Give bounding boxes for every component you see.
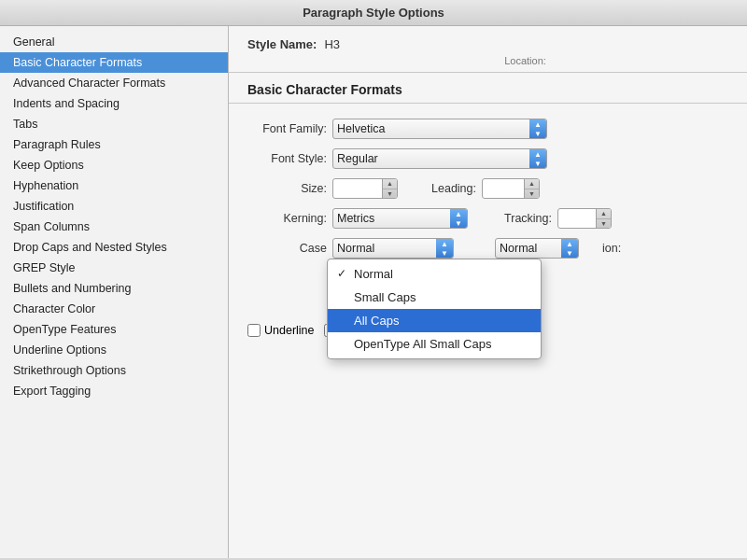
tracking-spinbox[interactable]: 0 ▲ ▼ (557, 208, 612, 229)
case-arrow[interactable]: ▲ ▼ (436, 239, 453, 258)
sidebar-item-char-color[interactable]: Character Color (0, 299, 228, 319)
size-down-arrow[interactable]: ▼ (383, 189, 397, 200)
size-label: Size: (247, 182, 327, 195)
title-bar: Paragraph Style Options (0, 0, 747, 26)
leading-label: Leading: (418, 182, 476, 195)
font-style-dropdown[interactable]: Regular ▲ ▼ (332, 148, 547, 169)
tracking-up-arrow[interactable]: ▲ (597, 208, 611, 219)
tracking-input[interactable]: 0 (558, 211, 596, 226)
case-value: Normal (337, 242, 436, 255)
case-menu-item-small-caps[interactable]: Small Caps (328, 286, 541, 309)
case-menu-item-opentype-small-caps[interactable]: OpenType All Small Caps (328, 332, 541, 356)
sidebar-item-underline[interactable]: Underline Options (0, 340, 228, 360)
kerning-label: Kerning: (247, 212, 327, 225)
kerning-arrow-up: ▲ (455, 210, 462, 218)
tracking-arrows[interactable]: ▲ ▼ (596, 208, 611, 229)
content-header: Style Name: H3 Location: (229, 26, 747, 73)
section-title: Basic Character Formats (229, 73, 747, 104)
sidebar-item-bullets[interactable]: Bullets and Numbering (0, 278, 228, 299)
arrow-up-icon2: ▲ (534, 150, 542, 159)
case-popup-menu: NormalSmall CapsAll CapsOpenType All Sma… (327, 259, 542, 359)
sidebar-item-grep[interactable]: GREP Style (0, 258, 228, 278)
underline-label: Underline (264, 324, 315, 337)
sidebar-item-justification[interactable]: Justification (0, 196, 228, 217)
sidebar-item-hyphenation[interactable]: Hyphenation (0, 175, 228, 196)
form-area: Font Family: Helvetica ▲ ▼ Font Style: R… (229, 104, 747, 352)
underline-checkbox[interactable] (247, 324, 261, 337)
font-family-value: Helvetica (337, 122, 529, 135)
sidebar-item-indents[interactable]: Indents and Spacing (0, 93, 228, 114)
sidebar-item-strikethrough[interactable]: Strikethrough Options (0, 360, 228, 381)
leading-arrows[interactable]: ▲ ▼ (524, 178, 539, 199)
arrow-down-icon: ▼ (534, 130, 542, 138)
position-dropdown[interactable]: Normal ▲ ▼ (495, 238, 579, 259)
sidebar-item-export[interactable]: Export Tagging (0, 381, 228, 401)
pos-arrow-up: ▲ (566, 240, 573, 248)
location-row: Location: (322, 55, 728, 66)
sidebar-item-advanced-char[interactable]: Advanced Character Formats (0, 73, 228, 93)
underline-item: Underline (247, 324, 315, 337)
case-arrow-down: ▼ (441, 249, 448, 258)
font-style-value: Regular (337, 152, 529, 165)
size-spinbox[interactable]: 14 pt ▲ ▼ (332, 178, 398, 199)
font-family-dropdown[interactable]: Helvetica ▲ ▼ (332, 119, 547, 139)
kerning-tracking-row: Kerning: Metrics ▲ ▼ Tracking: 0 ▲ ▼ (247, 208, 728, 229)
style-name-value: H3 (324, 37, 340, 51)
leading-spinbox[interactable]: 18 pt ▲ ▼ (482, 178, 540, 199)
sidebar-item-tabs[interactable]: Tabs (0, 114, 228, 134)
case-menu-item-normal[interactable]: Normal (328, 262, 541, 286)
main-container: GeneralBasic Character FormatsAdvanced C… (0, 26, 747, 558)
location-label: Location: (504, 55, 546, 66)
kerning-arrow-down: ▼ (455, 219, 462, 228)
case-dropdown[interactable]: Normal ▲ ▼ (332, 238, 454, 259)
arrow-down-icon2: ▼ (534, 160, 542, 168)
sidebar-item-basic-char[interactable]: Basic Character Formats (0, 52, 228, 73)
leading-down-arrow[interactable]: ▼ (525, 189, 539, 200)
sidebar-item-keep-options[interactable]: Keep Options (0, 155, 228, 175)
sidebar-item-para-rules[interactable]: Paragraph Rules (0, 134, 228, 155)
style-name-label: Style Name: (247, 37, 317, 51)
pos-arrow-down: ▼ (566, 249, 573, 258)
position-label: ion: (602, 242, 621, 255)
size-arrows[interactable]: ▲ ▼ (382, 178, 397, 199)
size-leading-row: Size: 14 pt ▲ ▼ Leading: 18 pt ▲ ▼ (247, 178, 728, 199)
font-style-row: Font Style: Regular ▲ ▼ (247, 148, 728, 169)
sidebar-item-opentype[interactable]: OpenType Features (0, 319, 228, 340)
case-row: Case Normal ▲ ▼ ion: Normal ▲ ▼ (247, 238, 728, 259)
size-up-arrow[interactable]: ▲ (383, 178, 397, 189)
font-family-row: Font Family: Helvetica ▲ ▼ (247, 119, 728, 139)
case-label: Case (247, 242, 327, 255)
size-input[interactable]: 14 pt (333, 181, 382, 196)
style-name-row: Style Name: H3 (247, 37, 728, 51)
tracking-label: Tracking: (488, 212, 552, 225)
title-text: Paragraph Style Options (303, 6, 444, 20)
position-value: Normal (500, 242, 561, 255)
case-arrow-up: ▲ (441, 240, 448, 248)
leading-up-arrow[interactable]: ▲ (525, 178, 539, 189)
content-area: Style Name: H3 Location: Basic Character… (229, 26, 747, 558)
font-family-arrow[interactable]: ▲ ▼ (529, 119, 546, 138)
leading-input[interactable]: 18 pt (483, 181, 524, 196)
sidebar: GeneralBasic Character FormatsAdvanced C… (0, 26, 229, 558)
kerning-arrow[interactable]: ▲ ▼ (450, 209, 467, 228)
position-arrow[interactable]: ▲ ▼ (561, 239, 578, 258)
sidebar-item-span-columns[interactable]: Span Columns (0, 217, 228, 237)
kerning-value: Metrics (337, 212, 450, 225)
tracking-down-arrow[interactable]: ▼ (597, 219, 611, 230)
font-family-label: Font Family: (247, 122, 327, 135)
sidebar-item-drop-caps[interactable]: Drop Caps and Nested Styles (0, 237, 228, 258)
font-style-arrow[interactable]: ▲ ▼ (529, 149, 546, 168)
arrow-up-icon: ▲ (534, 120, 542, 129)
kerning-dropdown[interactable]: Metrics ▲ ▼ (332, 208, 468, 229)
case-menu-item-all-caps[interactable]: All Caps (328, 309, 541, 332)
font-style-label: Font Style: (247, 152, 327, 165)
sidebar-item-general[interactable]: General (0, 32, 228, 52)
